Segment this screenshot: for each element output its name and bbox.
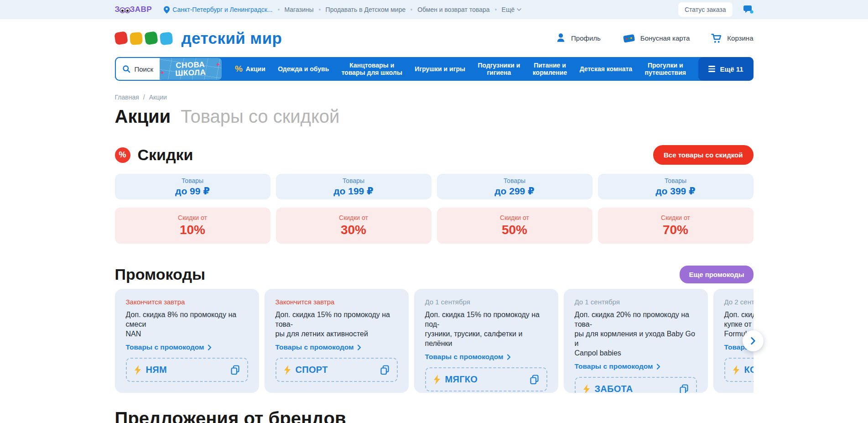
search-box[interactable] xyxy=(116,58,160,80)
copy-icon[interactable] xyxy=(679,384,689,393)
order-status-button[interactable]: Статус заказа xyxy=(678,2,733,17)
promo-goods-link[interactable]: Товары с промокодом xyxy=(425,353,547,361)
breadcrumb: Главная / Акции xyxy=(115,94,754,101)
logo-text: детский мир xyxy=(182,29,282,47)
nav-item-diapers[interactable]: Подгузники и гигиена xyxy=(478,62,520,76)
sparkle-icon: ✦ xyxy=(160,69,165,76)
chat-icon[interactable] xyxy=(743,5,754,15)
cart-button[interactable]: Корзина xyxy=(711,32,753,44)
zoo-logo-text: З xyxy=(115,5,120,14)
promo-code-box[interactable]: МЯГКО xyxy=(425,367,547,392)
chevron-right-icon xyxy=(208,345,212,350)
promo-expiry-badge: Закончится завтра xyxy=(126,298,248,306)
lightning-icon xyxy=(433,375,441,385)
promo-code-box[interactable]: СПОРТ xyxy=(275,358,398,382)
all-discounted-goods-button[interactable]: Все товары со скидкой xyxy=(653,145,753,165)
promo-link-label: Товары с промокодом xyxy=(275,343,354,351)
percent-filter-card[interactable]: Скидки от 30% xyxy=(276,208,431,244)
promo-code-box[interactable]: НЯМ xyxy=(126,358,248,382)
percent-card-caption: Скидки от xyxy=(661,214,690,221)
nav-more-button[interactable]: Ещё 11 xyxy=(698,57,753,81)
price-filter-card[interactable]: Товары до 99 ₽ xyxy=(115,174,270,199)
discount-percent-icon: % xyxy=(115,147,130,163)
topbar-link-returns[interactable]: Обмен и возврат товара xyxy=(417,6,489,13)
back-to-school-banner[interactable]: ✦ СНОВА ШКОЛА ✦ xyxy=(160,58,222,80)
nav-item-stationery[interactable]: Канцтовары и товары для школы xyxy=(342,62,402,76)
search-icon xyxy=(122,65,131,73)
top-utility-bar: ЗЗАВР Санкт-Петербург и Ленинградск... М… xyxy=(0,0,868,19)
profile-label: Профиль xyxy=(571,34,601,42)
nav-item-label: Акции xyxy=(246,65,265,73)
promo-description: Доп. скидка 15% по промокоду на това- ры… xyxy=(275,310,398,339)
promo-goods-link[interactable]: Товары с промокодом xyxy=(275,343,398,351)
chevron-right-icon xyxy=(656,364,660,370)
percent-card-value: 10% xyxy=(180,223,205,237)
percent-filter-card[interactable]: Скидки от 50% xyxy=(437,208,593,244)
more-promocodes-button[interactable]: Еще промокоды xyxy=(680,266,753,283)
nav-item-clothes[interactable]: Одежда и обувь xyxy=(278,65,329,73)
location-pin-icon xyxy=(164,6,170,14)
promo-description: Доп. скидка 20% по промокоду на това- ры… xyxy=(575,310,697,358)
nav-more-label: Ещё 11 xyxy=(720,65,743,73)
promocodes-carousel: Закончится завтра Доп. скидка 8% по пром… xyxy=(115,289,754,393)
promo-expiry-badge: Закончится завтра xyxy=(275,298,398,306)
promo-goods-link[interactable]: Товары с промокодом xyxy=(126,343,248,351)
promo-description: Доп. скидка 8% по промокоду на смеси NAN xyxy=(126,310,248,339)
promo-goods-link[interactable]: Товары с промокодом xyxy=(575,362,697,371)
cart-icon xyxy=(711,32,722,44)
category-nav-bar: ✦ СНОВА ШКОЛА ✦ % Акции Одежда и обувь К… xyxy=(115,57,754,81)
lightning-icon xyxy=(732,365,740,375)
nav-item-feeding[interactable]: Питание и кормление xyxy=(533,62,567,76)
promo-code-text: СПОРТ xyxy=(296,365,328,375)
promo-link-label: Товары с промокодом xyxy=(425,353,504,361)
profile-button[interactable]: Профиль xyxy=(555,32,601,44)
main-header: детский мир Профиль Бонусная карта Корзи… xyxy=(0,19,868,57)
hamburger-icon xyxy=(708,66,715,72)
breadcrumb-home[interactable]: Главная xyxy=(115,94,139,101)
banner-label: СНОВА ШКОЛА xyxy=(175,61,206,77)
topbar-link-sell[interactable]: Продавать в Детском мире xyxy=(326,6,406,13)
price-filter-card[interactable]: Товары до 299 ₽ xyxy=(437,174,593,199)
topbar-link-stores[interactable]: Магазины xyxy=(285,6,314,13)
detsky-mir-logo[interactable]: детский мир xyxy=(115,29,282,47)
price-card-caption: Товары xyxy=(504,177,525,184)
nav-item-toys[interactable]: Игрушки и игры xyxy=(415,65,465,73)
nav-item-kids-room[interactable]: Детская комната xyxy=(580,65,633,73)
zoo-logo-text: ЗАВР xyxy=(130,5,152,14)
page-title: Акции xyxy=(115,106,171,127)
carousel-next-button[interactable] xyxy=(743,330,764,351)
promo-code-box[interactable]: ЗАБОТА xyxy=(575,377,697,393)
nav-item-sales[interactable]: % Акции xyxy=(235,65,265,73)
percent-icon: % xyxy=(235,65,243,73)
copy-icon[interactable] xyxy=(230,365,240,375)
percent-card-caption: Скидки от xyxy=(339,214,368,221)
dot-separator xyxy=(411,9,412,10)
zoozavr-logo[interactable]: ЗЗАВР xyxy=(115,5,152,14)
copy-icon[interactable] xyxy=(529,374,540,385)
bonus-card-button[interactable]: Бонусная карта xyxy=(622,33,690,44)
breadcrumb-separator: / xyxy=(143,94,145,101)
copy-icon[interactable] xyxy=(379,365,390,375)
percent-card-value: 30% xyxy=(341,223,366,237)
page-subtitle[interactable]: Товары со скидкой xyxy=(181,106,339,127)
search-input[interactable] xyxy=(135,65,158,73)
percent-filter-card[interactable]: Скидки от 10% xyxy=(115,208,270,244)
promo-code-text: МЯГКО xyxy=(445,374,478,385)
percent-card-value: 70% xyxy=(663,223,688,237)
price-card-value: до 199 ₽ xyxy=(333,186,373,197)
promo-code-box[interactable]: КОМ xyxy=(724,358,754,382)
promo-expiry-badge: До 1 сентября xyxy=(425,298,547,306)
price-card-caption: Товары xyxy=(665,177,686,184)
bonus-card-icon xyxy=(622,33,636,44)
nav-item-strollers[interactable]: Прогулки и путешествия xyxy=(645,62,686,76)
price-filter-card[interactable]: Товары до 399 ₽ xyxy=(598,174,754,199)
price-filter-card[interactable]: Товары до 199 ₽ xyxy=(276,174,431,199)
location-selector[interactable]: Санкт-Петербург и Ленинградск... xyxy=(164,6,272,14)
percent-filter-card[interactable]: Скидки от 70% xyxy=(598,208,754,244)
lightning-icon xyxy=(283,365,291,375)
chevron-right-icon xyxy=(357,345,361,350)
promocodes-heading: Промокоды xyxy=(115,266,206,283)
topbar-more-menu[interactable]: Ещё xyxy=(502,6,522,13)
topbar-more-label: Ещё xyxy=(502,6,515,13)
promo-code-text: КОМ xyxy=(744,365,754,375)
